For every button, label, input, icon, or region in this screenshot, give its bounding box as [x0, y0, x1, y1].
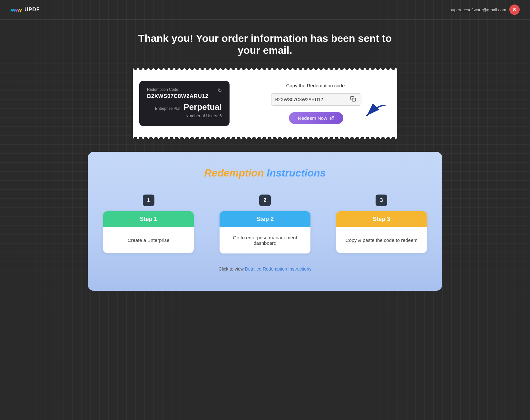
- steps-row: 1 Step 1 Create a Enterprise 2 Step 2 Go…: [103, 195, 427, 253]
- users-info: Number of Users: 6: [147, 113, 222, 118]
- step-1-container: 1 Step 1 Create a Enterprise: [103, 195, 194, 253]
- step-connector-2: [310, 195, 336, 211]
- step-3-card: Step 3 Copy & paste the code to redeem: [336, 211, 427, 253]
- refresh-icon[interactable]: ↻: [218, 87, 222, 93]
- step-2-body: Go to enterprise management dashboard: [220, 227, 310, 253]
- plan-label: Enterprise Plan: Perpetual: [147, 102, 222, 112]
- app-header: UPDF superacesoftware@gmail.com S: [0, 0, 530, 20]
- redemption-code-label: Redemption Code:: [147, 87, 208, 92]
- footer-text: Click to view: [219, 266, 245, 272]
- footer-link-row: Click to view Detailed Redemption Instru…: [103, 266, 427, 272]
- instructions-title-word2: Instructions: [267, 167, 326, 179]
- step-1-header: Step 1: [103, 211, 194, 227]
- step-connector-1: [194, 195, 220, 211]
- redeem-now-button[interactable]: Redeem Now: [289, 112, 343, 124]
- step-1-body: Create a Enterprise: [103, 227, 194, 253]
- step-3-badge: 3: [376, 195, 387, 206]
- logo-icon: [10, 7, 22, 13]
- step-2-header: Step 2: [220, 211, 310, 227]
- user-area: superacesoftware@gmail.com S: [450, 5, 520, 15]
- ticket-left-panel: Redemption Code: B2XWS07C8W2ARU12 ↻ Ente…: [139, 81, 230, 126]
- user-email: superacesoftware@gmail.com: [450, 7, 506, 12]
- avatar[interactable]: S: [509, 5, 520, 15]
- svg-line-1: [332, 116, 334, 118]
- main-content: Thank you! Your order information has be…: [0, 20, 530, 310]
- copy-code-label: Copy the Redemption code:: [286, 83, 346, 88]
- ticket-plan-info: Enterprise Plan: Perpetual Number of Use…: [147, 102, 222, 118]
- instructions-title-word1: Redemption: [204, 167, 267, 179]
- ticket-card: Redemption Code: B2XWS07C8W2ARU12 ↻ Ente…: [133, 68, 397, 139]
- detailed-instructions-link[interactable]: Detailed Redemption Instructions: [245, 266, 311, 272]
- logo: UPDF: [10, 7, 40, 13]
- plan-name: Perpetual: [184, 102, 222, 112]
- page-title: Thank you! Your order information has be…: [136, 33, 394, 56]
- step-1-badge: 1: [143, 195, 154, 206]
- logo-text: UPDF: [25, 7, 40, 13]
- step-3-header: Step 3: [336, 211, 427, 227]
- step-2-badge: 2: [259, 195, 271, 206]
- code-input-row: B2XWS07C8W2ARU12: [271, 93, 361, 106]
- instructions-section: Redemption Instructions 1 Step 1 Create …: [88, 152, 442, 291]
- copy-code-button[interactable]: [349, 95, 357, 105]
- step-1-card: Step 1 Create a Enterprise: [103, 211, 194, 253]
- code-input-display: B2XWS07C8W2ARU12: [275, 94, 349, 105]
- step-2-container: 2 Step 2 Go to enterprise management das…: [220, 195, 310, 253]
- step-3-container: 3 Step 3 Copy & paste the code to redeem: [336, 195, 427, 253]
- ticket-right-panel: Copy the Redemption code: B2XWS07C8W2ARU…: [235, 76, 397, 131]
- instructions-title: Redemption Instructions: [103, 167, 427, 179]
- external-link-icon: [330, 116, 334, 120]
- svg-rect-0: [352, 98, 355, 101]
- redemption-code-value: B2XWS07C8W2ARU12: [147, 93, 208, 100]
- step-2-card: Step 2 Go to enterprise management dashb…: [220, 211, 310, 253]
- arrow-decoration: [362, 102, 388, 121]
- step-3-body: Copy & paste the code to redeem: [336, 227, 427, 253]
